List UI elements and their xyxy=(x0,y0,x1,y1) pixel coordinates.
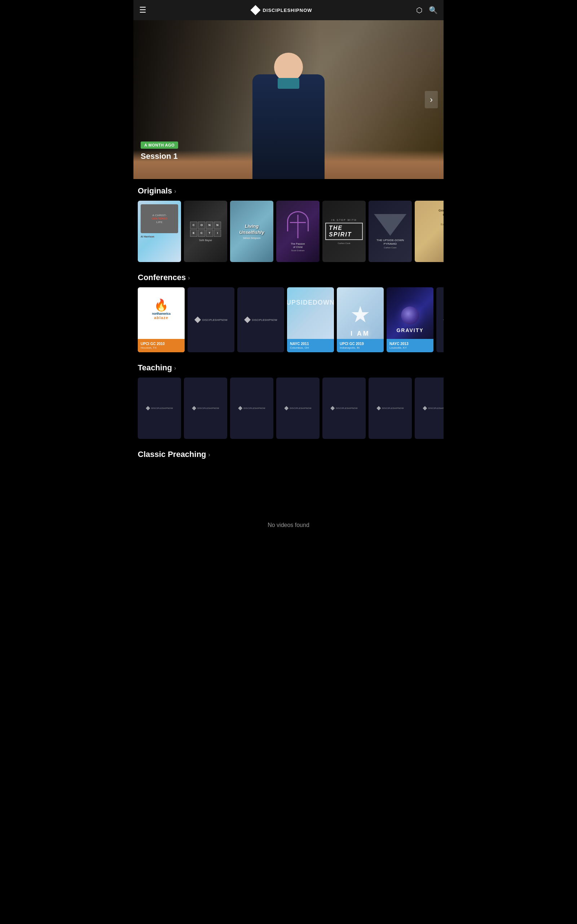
classic-preaching-title: Classic Preaching xyxy=(138,450,206,459)
spirit-card-content: IN STEP WITH THE SPIRIT Carlton Cook xyxy=(322,201,366,262)
list-item[interactable]: C O N N E C T I Seth Bayse xyxy=(184,201,227,262)
passion-card-content: The Passionof Christ Scott Graham xyxy=(276,201,319,262)
conference-location: Columbus, OH xyxy=(290,346,331,349)
conference-location: Louisville, KY xyxy=(390,346,430,349)
header-right: ⬡ 🔍 xyxy=(416,6,438,15)
gravity-orb xyxy=(401,307,419,325)
list-item[interactable]: GRAVITY NAYC 2013 Louisville, KY xyxy=(387,287,434,352)
hero-person xyxy=(134,20,443,179)
list-item[interactable]: DISCIPLESHIPNOW xyxy=(237,287,284,352)
list-item[interactable]: The Passionof Christ Scott Graham xyxy=(276,201,319,262)
dship-mark xyxy=(244,317,251,323)
list-item[interactable]: IN STEP WITH THE SPIRIT Carlton Cook xyxy=(322,201,366,262)
teaching-section: Teaching › DISCIPLESHIPNOW DISCIPLESHIPN… xyxy=(134,356,443,443)
cast-icon[interactable]: ⬡ xyxy=(416,6,422,15)
originals-arrow[interactable]: › xyxy=(174,188,176,195)
conference-name: UPCI GC 2019 xyxy=(340,342,381,346)
hero-next-button[interactable]: › xyxy=(425,91,438,108)
bottom-spacer xyxy=(134,546,443,561)
conference-banner: UPCI GC 2010 Houston, TX xyxy=(138,339,185,352)
list-item[interactable]: DISCIPLESHIPNOW xyxy=(184,378,227,439)
hero-badge: A MONTH AGO xyxy=(141,142,178,149)
connecting-card-content: C O N N E C T I Seth Bayse xyxy=(184,201,227,262)
conference-banner: NAYC 2011 Columbus, OH xyxy=(287,339,334,352)
conference-name: UPCI GC 2010 xyxy=(141,342,182,346)
list-item[interactable]: TheGenesis ofGrace-FFamily Eugene Wi... xyxy=(415,201,443,262)
genesis-card-content: TheGenesis ofGrace-FFamily Eugene Wi... xyxy=(415,201,443,262)
dship-mark xyxy=(194,317,201,323)
dship-logo: DISCIPLESHIPNOW xyxy=(244,317,277,323)
classic-preaching-header: Classic Preaching › xyxy=(134,450,443,464)
teaching-header: Teaching › xyxy=(134,363,443,378)
hamburger-icon[interactable]: ☰ xyxy=(139,5,147,15)
list-item[interactable]: DISCIPLESHIPNOW xyxy=(369,378,412,439)
conference-banner: NAYC 2013 Louisville, KY xyxy=(387,339,434,352)
list-item[interactable]: DISCIPLESHIPNOW xyxy=(436,287,443,352)
logo-text: DISCIPLESHIPNOW xyxy=(263,8,312,13)
list-item[interactable]: DISCIPLESHIPNOW xyxy=(230,378,273,439)
originals-row: A CHRIST- CENTERED LIFE Al Harrison C O … xyxy=(134,201,443,262)
conference-location: Houston, TX xyxy=(141,346,182,349)
list-item[interactable]: A CHRIST- CENTERED LIFE Al Harrison xyxy=(138,201,181,262)
hero-title: Session 1 xyxy=(141,152,178,161)
list-item[interactable]: UPSIDEDOWN NAYC 2011 Columbus, OH xyxy=(287,287,334,352)
list-item[interactable]: THE UPSIDE-DOWNPYRAMID Carlton Coon xyxy=(369,201,412,262)
living-card-content: LivingUnselfishly Simon Simpson xyxy=(230,201,273,262)
teaching-arrow[interactable]: › xyxy=(174,365,176,372)
teaching-title: Teaching xyxy=(138,363,172,373)
header: ☰ DISCIPLESHIPNOW ⬡ 🔍 xyxy=(134,0,443,20)
originals-section: Originals › A CHRIST- CENTERED LIFE Al H… xyxy=(134,179,443,266)
dship-logo: DISCIPLESHIPNOW xyxy=(443,317,443,323)
teaching-row: DISCIPLESHIPNOW DISCIPLESHIPNOW DISCIPLE… xyxy=(134,378,443,439)
conferences-arrow[interactable]: › xyxy=(188,275,190,281)
originals-title: Originals xyxy=(138,186,172,195)
classic-preaching-section: Classic Preaching › No videos found xyxy=(134,443,443,546)
conference-name: NAYC 2011 xyxy=(290,342,331,346)
list-item[interactable]: DISCIPLESHIPNOW xyxy=(138,378,181,439)
search-icon[interactable]: 🔍 xyxy=(429,6,438,15)
originals-header: Originals › xyxy=(134,186,443,201)
list-item[interactable]: I AM UPCI GC 2019 Indianapolis, IN xyxy=(337,287,384,352)
list-item[interactable]: DISCIPLESHIPNOW xyxy=(322,378,366,439)
conferences-section: Conferences › 🔥 northamerica ablaze UPCI… xyxy=(134,266,443,356)
list-item[interactable]: DISCIPLESHIPNOW xyxy=(415,378,443,439)
pyramid-card-content: THE UPSIDE-DOWNPYRAMID Carlton Coon xyxy=(369,201,412,262)
list-item[interactable]: DISCIPLESHIPNOW xyxy=(276,378,319,439)
conference-banner: UPCI GC 2019 Indianapolis, IN xyxy=(337,339,384,352)
conferences-row: 🔥 northamerica ablaze UPCI GC 2010 Houst… xyxy=(134,287,443,352)
app-logo: DISCIPLESHIPNOW xyxy=(250,5,312,15)
list-item[interactable]: LivingUnselfishly Simon Simpson xyxy=(230,201,273,262)
upsidedown-title: UPSIDEDOWN xyxy=(287,299,334,307)
list-item[interactable]: DISCIPLESHIPNOW xyxy=(187,287,234,352)
conference-location: Indianapolis, IN xyxy=(340,346,381,349)
classic-preaching-content xyxy=(134,464,443,507)
no-videos-message: No videos found xyxy=(134,507,443,543)
classic-preaching-arrow[interactable]: › xyxy=(208,452,210,458)
header-left: ☰ xyxy=(139,5,147,15)
dship-mark xyxy=(443,317,443,323)
logo-mark xyxy=(250,5,260,15)
dship-logo: DISCIPLESHIPNOW xyxy=(194,317,227,323)
hero-content: A MONTH AGO Session 1 xyxy=(141,142,178,161)
conf-logo-area: 🔥 northamerica ablaze xyxy=(138,287,185,331)
north-america-ablaze-logo: 🔥 northamerica ablaze xyxy=(152,298,170,320)
list-item[interactable]: 🔥 northamerica ablaze UPCI GC 2010 Houst… xyxy=(138,287,185,352)
conferences-header: Conferences › xyxy=(134,273,443,287)
hero-banner: A MONTH AGO Session 1 › xyxy=(134,20,443,179)
conference-name: NAYC 2013 xyxy=(390,342,430,346)
gravity-text: GRAVITY xyxy=(396,327,423,333)
conferences-title: Conferences xyxy=(138,273,186,282)
